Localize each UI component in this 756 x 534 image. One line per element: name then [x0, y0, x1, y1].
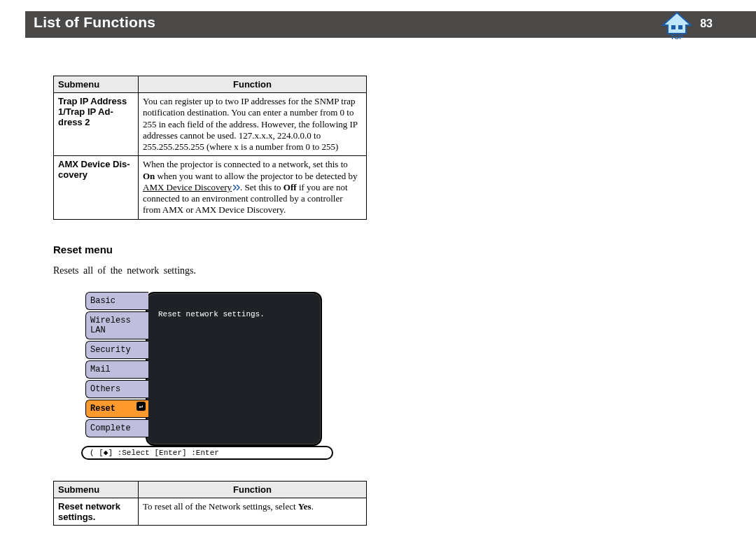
table-header-submenu: Submenu [54, 76, 139, 93]
link-arrow-icon [233, 182, 240, 193]
osd-tab-mail[interactable]: Mail [85, 360, 148, 379]
section-body: Resets all of the network settings. [53, 265, 367, 276]
osd-help-bar: ( [◆] :Select [Enter] :Enter [81, 446, 333, 460]
svg-rect-1 [678, 25, 682, 29]
function-cell: To reset all of the Network settings, se… [139, 498, 367, 525]
submenu-cell: Reset network settings. [54, 498, 139, 525]
bold-on: On [143, 171, 155, 181]
osd-menu-screenshot: Reset network settings. Basic Wireless L… [85, 292, 323, 460]
bold-off: Off [284, 182, 297, 192]
text: To reset all of the Network settings, se… [143, 501, 298, 512]
submenu-cell: Trap IP Address 1/Trap IP Ad-dress 2 [54, 93, 139, 156]
enter-icon: ↵ [136, 402, 146, 411]
submenu-cell: AMX Device Dis-covery [54, 156, 139, 219]
osd-tab-complete[interactable]: Complete [85, 419, 148, 437]
function-cell: When the projector is connected to a net… [139, 156, 367, 219]
function-cell: You can register up to two IP addresses … [139, 93, 367, 156]
osd-panel: Reset network settings. [146, 292, 322, 446]
table-header-function: Function [139, 76, 367, 93]
top-icon-label: TOP [671, 34, 683, 41]
page-title: List of Functions [34, 14, 155, 31]
osd-tab-others[interactable]: Others [85, 380, 148, 398]
table-header-function: Function [139, 481, 367, 498]
osd-tab-reset[interactable]: Reset↵ [85, 400, 148, 418]
table-row: Reset network settings. To reset all of … [54, 498, 367, 525]
text: When the projector is connected to a net… [143, 159, 348, 169]
osd-tab-wireless-lan[interactable]: Wireless LAN [85, 311, 148, 339]
table-row: Trap IP Address 1/Trap IP Ad-dress 2 You… [54, 93, 367, 156]
osd-tab-label: Reset [90, 404, 115, 414]
reset-table: Submenu Function Reset network settings.… [53, 481, 367, 526]
bold-yes: Yes [298, 501, 312, 512]
osd-panel-message: Reset network settings. [158, 310, 265, 318]
osd-tab-basic[interactable]: Basic [85, 292, 148, 310]
osd-tabs: Basic Wireless LAN Security Mail Others … [85, 292, 148, 437]
section-heading: Reset menu [53, 244, 367, 255]
text: . [312, 501, 314, 512]
amx-device-discovery-link[interactable]: AMX Device Discovery [143, 182, 232, 192]
page-number: 83 [700, 17, 713, 30]
svg-rect-0 [671, 25, 676, 29]
top-icon[interactable]: TOP [661, 7, 693, 41]
text: when you want to allow the projector to … [155, 171, 357, 181]
functions-table: Submenu Function Trap IP Address 1/Trap … [53, 76, 367, 220]
text: . Set this to [240, 182, 284, 192]
table-row: AMX Device Dis-covery When the projector… [54, 156, 367, 219]
table-header-submenu: Submenu [54, 481, 139, 498]
osd-tab-security[interactable]: Security [85, 341, 148, 359]
